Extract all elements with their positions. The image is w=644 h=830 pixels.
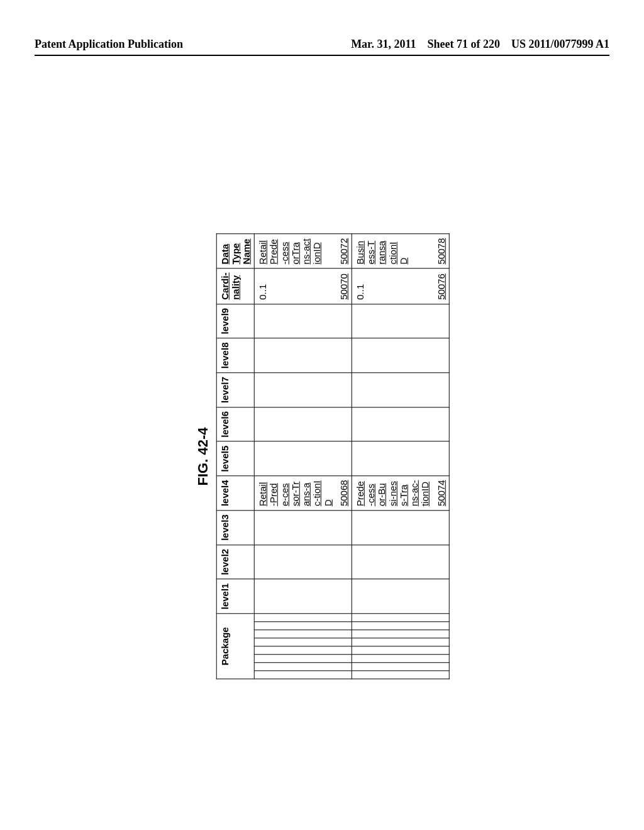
header-left: Patent Application Publication [35, 38, 183, 51]
level2-cell [254, 545, 352, 579]
level5-cell [352, 441, 449, 476]
pkg-cell [254, 663, 352, 671]
pkg-cell [352, 671, 449, 679]
col-level9: level9 [216, 304, 254, 338]
col-level7: level7 [216, 373, 254, 407]
level6-cell [352, 407, 449, 441]
pkg-cell [254, 655, 352, 663]
col-datatype: Data Type Name [216, 234, 254, 268]
level4-cell: Prede-cessor-Busi-ness-Trans-ac-tionID 5… [352, 476, 449, 511]
level3-cell [254, 511, 352, 545]
pkg-cell [254, 638, 352, 646]
level4-value: Retail-Prede-cessor-Trans-ac-tionID [257, 480, 333, 506]
pkg-cell [352, 630, 449, 638]
col-level4: level4 [216, 476, 254, 511]
level8-cell [254, 338, 352, 373]
datatype-ref: 50072 [338, 238, 349, 265]
table-header-row: Package level1 level2 level3 level4 leve… [216, 234, 254, 679]
col-level1: level1 [216, 579, 254, 614]
figure-title: FIG. 42-4 [195, 234, 211, 680]
pkg-cell [352, 655, 449, 663]
col-level8: level8 [216, 338, 254, 373]
col-level3: level3 [216, 511, 254, 545]
datatype-value: RetailPrede-cessorTrans-actionID [257, 238, 323, 265]
pkg-cell [352, 663, 449, 671]
pkg-cell [254, 614, 352, 622]
level7-cell [352, 373, 449, 407]
data-table: Package level1 level2 level3 level4 leve… [216, 234, 450, 680]
cardinality-ref: 50076 [435, 272, 446, 299]
datatype-value: Business-TransactionID [355, 238, 409, 265]
level4-ref: 50068 [338, 480, 349, 506]
col-package: Package [216, 614, 254, 679]
pkg-cell [352, 638, 449, 646]
datatype-cell: RetailPrede-cessorTrans-actionID 50072 [254, 234, 352, 268]
cardinality-cell: 0..1 50076 [352, 268, 449, 304]
cardinality-ref: 50070 [338, 272, 349, 299]
pkg-cell [352, 646, 449, 655]
header-date: Mar. 31, 2011 [351, 38, 416, 51]
level9-cell [352, 304, 449, 338]
col-level2: level2 [216, 545, 254, 579]
level2-cell [352, 545, 449, 579]
page-header: Patent Application Publication Mar. 31, … [35, 38, 609, 56]
pkg-cell [254, 646, 352, 655]
level6-cell [254, 407, 352, 441]
level4-value: Prede-cessor-Busi-ness-Trans-ac-tionID [355, 480, 431, 506]
level9-cell [254, 304, 352, 338]
datatype-ref: 50078 [435, 238, 446, 265]
table-row: Retail-Prede-cessor-Trans-ac-tionID 5006… [254, 234, 352, 679]
level1-cell [254, 579, 352, 614]
level1-cell [352, 579, 449, 614]
datatype-cell: Business-TransactionID 50078 [352, 234, 449, 268]
figure-container: FIG. 42-4 Package level1 level2 level3 l… [195, 234, 450, 680]
level7-cell [254, 373, 352, 407]
pkg-cell [352, 622, 449, 630]
level4-cell: Retail-Prede-cessor-Trans-ac-tionID 5006… [254, 476, 352, 511]
cardinality-value: 0..1 [355, 272, 365, 299]
cardinality-cell: 0..1 50070 [254, 268, 352, 304]
level4-ref: 50074 [435, 480, 446, 506]
level8-cell [352, 338, 449, 373]
header-sheet: Sheet 71 of 220 [427, 38, 500, 51]
level3-cell [352, 511, 449, 545]
pkg-cell [254, 630, 352, 638]
pkg-cell [352, 614, 449, 622]
col-level6: level6 [216, 407, 254, 441]
header-pubno: US 2011/0077999 A1 [511, 38, 609, 51]
level5-cell [254, 441, 352, 476]
table-row: Prede-cessor-Busi-ness-Trans-ac-tionID 5… [352, 234, 449, 679]
pkg-cell [254, 622, 352, 630]
col-level5: level5 [216, 441, 254, 476]
col-cardinality: Cardi-nality [216, 268, 254, 304]
pkg-cell [254, 671, 352, 679]
cardinality-value: 0..1 [257, 272, 268, 299]
